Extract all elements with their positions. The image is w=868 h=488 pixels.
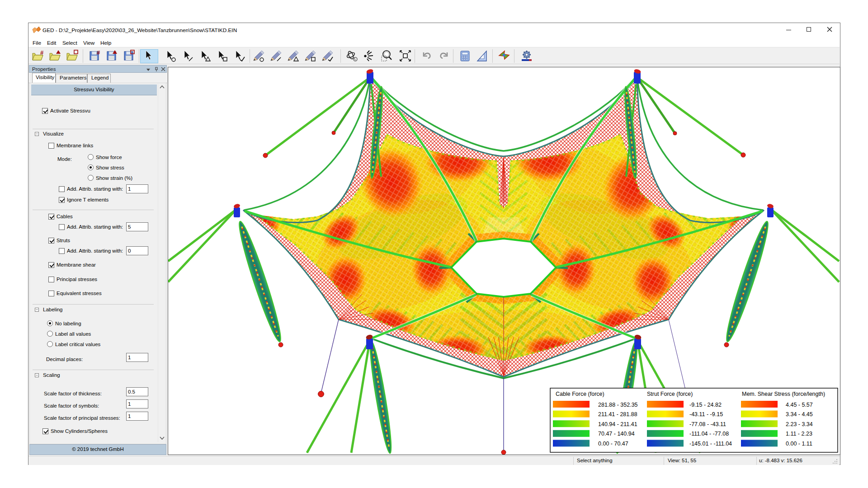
svg-text:-145.01 - -111.04: -145.01 - -111.04 — [689, 441, 732, 447]
svg-text:#: # — [97, 49, 100, 56]
svg-text:1.11 - 2.23: 1.11 - 2.23 — [786, 431, 812, 437]
svg-text:140.94 - 211.41: 140.94 - 211.41 — [598, 421, 637, 427]
svg-text:211.41 - 281.88: 211.41 - 281.88 — [598, 411, 637, 418]
svg-text:3.34 - 4.45: 3.34 - 4.45 — [786, 411, 813, 418]
svg-text:281.88 - 352.35: 281.88 - 352.35 — [598, 402, 638, 408]
svg-text:4.45 - 5.57: 4.45 - 5.57 — [786, 402, 813, 408]
svg-text:0.00 - 1.11: 0.00 - 1.11 — [786, 441, 812, 447]
svg-text:#: # — [40, 49, 44, 56]
svg-text:-77.08 - -43.11: -77.08 - -43.11 — [689, 421, 726, 427]
svg-text:Strut Force (force): Strut Force (force) — [647, 391, 693, 397]
svg-text:-111.04 - -77.08: -111.04 - -77.08 — [689, 431, 729, 437]
svg-text:-43.11 - -9.15: -43.11 - -9.15 — [689, 411, 723, 418]
svg-text:-9.15 - 24.82: -9.15 - 24.82 — [689, 402, 722, 408]
svg-text:2.23 - 3.34: 2.23 - 3.34 — [786, 421, 813, 427]
svg-text:Mem. Shear Stress (force/lengt: Mem. Shear Stress (force/length) — [742, 391, 825, 397]
svg-text:70.47 - 140.94: 70.47 - 140.94 — [598, 431, 635, 437]
svg-text:0.00 - 70.47: 0.00 - 70.47 — [598, 441, 628, 447]
svg-text:Cable Force (force): Cable Force (force) — [556, 391, 604, 397]
